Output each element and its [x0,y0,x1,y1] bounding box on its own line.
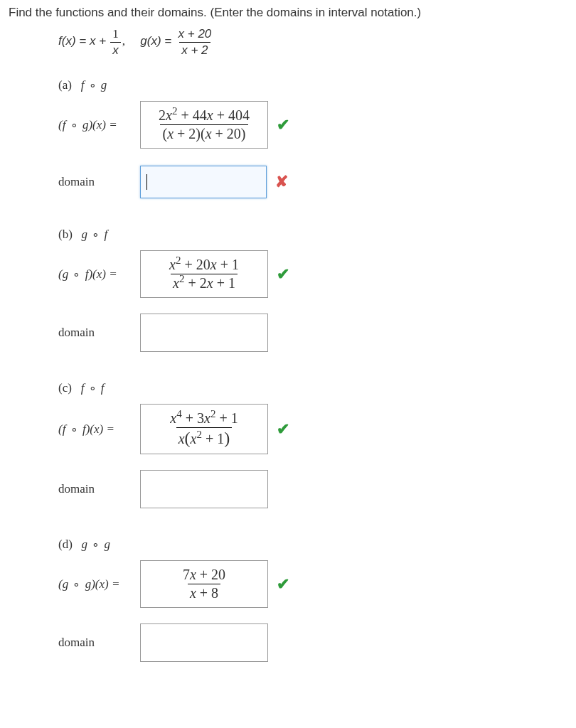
fog-answer-input[interactable]: 2x2 + 44x + 404 (x + 2)(x + 20) [140,101,268,149]
part-c-domain-row: domain [58,470,567,508]
domain-label: domain [58,326,140,340]
check-icon: ✔ [277,265,289,284]
part-b-domain-row: domain [58,314,567,352]
g-fraction: x + 20 x + 2 [176,27,214,58]
fog-domain-input[interactable] [140,166,267,198]
text-cursor [146,174,147,190]
part-c-label: (c) f ∘ f [58,380,567,395]
part-a-domain-row: domain ✘ [58,166,567,198]
fof-lhs: (f ∘ f)(x) = [58,422,140,437]
check-icon: ✔ [277,420,289,439]
part-c-answer-row: (f ∘ f)(x) = x4 + 3x2 + 1 x(x2 + 1) ✔ [58,404,567,454]
cross-icon: ✘ [275,173,288,191]
gof-answer-input[interactable]: x2 + 20x + 1 x2 + 2x + 1 [140,250,268,298]
check-icon: ✔ [277,116,289,134]
part-b-label: (b) g ∘ f [58,227,567,242]
part-d-label: (d) g ∘ g [58,537,567,552]
fof-answer-input[interactable]: x4 + 3x2 + 1 x(x2 + 1) [140,404,268,454]
gog-domain-input[interactable] [140,623,268,662]
fog-lhs: (f ∘ g)(x) = [58,117,140,132]
gof-lhs: (g ∘ f)(x) = [58,267,140,282]
fof-domain-input[interactable] [140,470,268,508]
domain-label: domain [58,636,140,650]
given-functions: f(x) = x + 1 x , g(x) = x + 20 x + 2 [58,27,567,58]
part-d-answer-row: (g ∘ g)(x) = 7x + 20 x + 8 ✔ [58,560,567,608]
check-icon: ✔ [277,575,289,594]
f-fraction: 1 x [110,27,121,58]
gof-domain-input[interactable] [140,314,268,352]
part-a-label: (a) f ∘ g [58,77,567,92]
part-b-answer-row: (g ∘ f)(x) = x2 + 20x + 1 x2 + 2x + 1 ✔ [58,250,567,298]
gog-answer-input[interactable]: 7x + 20 x + 8 [140,560,268,608]
domain-label: domain [58,482,140,496]
part-d-domain-row: domain [58,623,567,662]
question-text: Find the functions and their domains. (E… [9,6,567,20]
domain-label: domain [58,175,140,189]
part-a-answer-row: (f ∘ g)(x) = 2x2 + 44x + 404 (x + 2)(x +… [58,101,567,149]
gog-lhs: (g ∘ g)(x) = [58,577,140,592]
